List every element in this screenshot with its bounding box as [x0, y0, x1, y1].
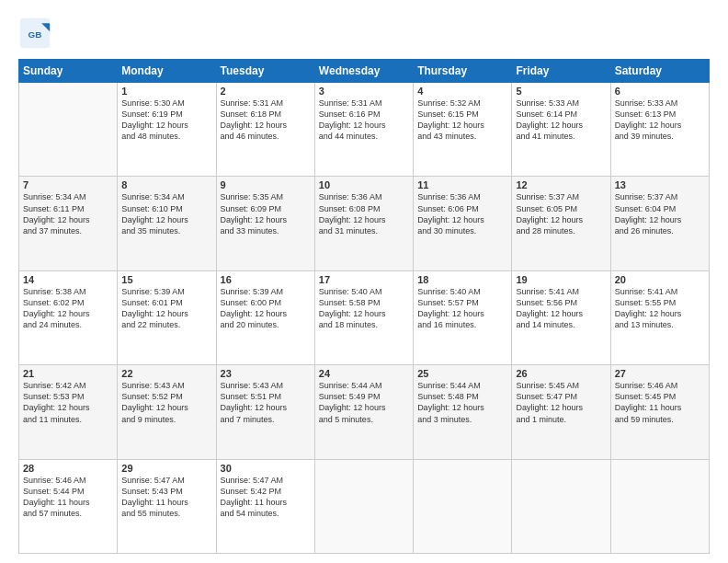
calendar-cell: 5Sunrise: 5:33 AM Sunset: 6:14 PM Daylig…	[512, 83, 610, 177]
day-info: Sunrise: 5:40 AM Sunset: 5:57 PM Dayligh…	[417, 286, 507, 331]
day-number: 14	[23, 274, 113, 285]
day-number: 30	[221, 463, 311, 474]
calendar-cell: 16Sunrise: 5:39 AM Sunset: 6:00 PM Dayli…	[216, 270, 314, 364]
svg-text:GB: GB	[28, 29, 42, 40]
calendar-cell: 29Sunrise: 5:47 AM Sunset: 5:43 PM Dayli…	[118, 459, 216, 553]
weekday-header-friday: Friday	[512, 60, 610, 83]
week-row-1: 1Sunrise: 5:30 AM Sunset: 6:19 PM Daylig…	[19, 83, 710, 177]
day-number: 8	[121, 179, 211, 190]
day-number: 4	[417, 86, 507, 97]
day-info: Sunrise: 5:31 AM Sunset: 6:16 PM Dayligh…	[319, 98, 409, 143]
day-number: 29	[121, 463, 211, 474]
day-info: Sunrise: 5:34 AM Sunset: 6:11 PM Dayligh…	[23, 191, 113, 236]
day-number: 11	[417, 179, 507, 190]
calendar-cell: 18Sunrise: 5:40 AM Sunset: 5:57 PM Dayli…	[414, 270, 512, 364]
day-number: 22	[121, 368, 211, 379]
calendar-cell: 25Sunrise: 5:44 AM Sunset: 5:48 PM Dayli…	[414, 365, 512, 459]
day-number: 15	[121, 274, 211, 285]
calendar-cell: 28Sunrise: 5:46 AM Sunset: 5:44 PM Dayli…	[19, 459, 118, 553]
calendar-cell	[314, 459, 413, 553]
day-number: 7	[23, 179, 113, 190]
calendar-cell: 22Sunrise: 5:43 AM Sunset: 5:52 PM Dayli…	[118, 365, 216, 459]
calendar-table: SundayMondayTuesdayWednesdayThursdayFrid…	[18, 59, 710, 554]
day-info: Sunrise: 5:32 AM Sunset: 6:15 PM Dayligh…	[417, 98, 507, 143]
day-number: 23	[221, 368, 311, 379]
day-info: Sunrise: 5:40 AM Sunset: 5:58 PM Dayligh…	[319, 286, 409, 331]
day-info: Sunrise: 5:45 AM Sunset: 5:47 PM Dayligh…	[516, 380, 606, 425]
day-number: 26	[516, 368, 606, 379]
weekday-header-row: SundayMondayTuesdayWednesdayThursdayFrid…	[19, 60, 710, 83]
day-info: Sunrise: 5:47 AM Sunset: 5:43 PM Dayligh…	[121, 475, 211, 520]
calendar-cell: 23Sunrise: 5:43 AM Sunset: 5:51 PM Dayli…	[216, 365, 314, 459]
calendar-cell: 27Sunrise: 5:46 AM Sunset: 5:45 PM Dayli…	[610, 365, 709, 459]
day-number: 1	[121, 86, 211, 97]
day-number: 9	[221, 179, 311, 190]
weekday-header-monday: Monday	[118, 60, 216, 83]
day-number: 3	[319, 86, 409, 97]
day-info: Sunrise: 5:33 AM Sunset: 6:14 PM Dayligh…	[516, 98, 606, 143]
logo: GB	[18, 17, 55, 50]
calendar-cell	[414, 459, 512, 553]
calendar-cell: 14Sunrise: 5:38 AM Sunset: 6:02 PM Dayli…	[19, 270, 118, 364]
calendar-cell: 9Sunrise: 5:35 AM Sunset: 6:09 PM Daylig…	[216, 177, 314, 270]
day-number: 13	[615, 179, 705, 190]
day-info: Sunrise: 5:43 AM Sunset: 5:52 PM Dayligh…	[121, 380, 211, 425]
day-info: Sunrise: 5:35 AM Sunset: 6:09 PM Dayligh…	[221, 191, 311, 236]
day-number: 27	[615, 368, 705, 379]
calendar-cell: 11Sunrise: 5:36 AM Sunset: 6:06 PM Dayli…	[414, 177, 512, 270]
day-number: 28	[23, 463, 113, 474]
day-info: Sunrise: 5:31 AM Sunset: 6:18 PM Dayligh…	[221, 98, 311, 143]
calendar-cell: 3Sunrise: 5:31 AM Sunset: 6:16 PM Daylig…	[314, 83, 413, 177]
day-number: 12	[516, 179, 606, 190]
calendar-cell: 21Sunrise: 5:42 AM Sunset: 5:53 PM Dayli…	[19, 365, 118, 459]
day-info: Sunrise: 5:34 AM Sunset: 6:10 PM Dayligh…	[121, 191, 211, 236]
day-info: Sunrise: 5:44 AM Sunset: 5:48 PM Dayligh…	[417, 380, 507, 425]
day-info: Sunrise: 5:42 AM Sunset: 5:53 PM Dayligh…	[23, 380, 113, 425]
day-info: Sunrise: 5:37 AM Sunset: 6:05 PM Dayligh…	[516, 191, 606, 236]
week-row-4: 21Sunrise: 5:42 AM Sunset: 5:53 PM Dayli…	[19, 365, 710, 459]
day-info: Sunrise: 5:43 AM Sunset: 5:51 PM Dayligh…	[221, 380, 311, 425]
day-info: Sunrise: 5:39 AM Sunset: 6:00 PM Dayligh…	[221, 286, 311, 331]
calendar-cell: 6Sunrise: 5:33 AM Sunset: 6:13 PM Daylig…	[610, 83, 709, 177]
day-info: Sunrise: 5:38 AM Sunset: 6:02 PM Dayligh…	[23, 286, 113, 331]
calendar-cell: 20Sunrise: 5:41 AM Sunset: 5:55 PM Dayli…	[610, 270, 709, 364]
day-number: 5	[516, 86, 606, 97]
calendar-cell: 1Sunrise: 5:30 AM Sunset: 6:19 PM Daylig…	[118, 83, 216, 177]
calendar-cell: 15Sunrise: 5:39 AM Sunset: 6:01 PM Dayli…	[118, 270, 216, 364]
day-info: Sunrise: 5:41 AM Sunset: 5:56 PM Dayligh…	[516, 286, 606, 331]
day-info: Sunrise: 5:36 AM Sunset: 6:06 PM Dayligh…	[417, 191, 507, 236]
day-info: Sunrise: 5:46 AM Sunset: 5:45 PM Dayligh…	[615, 380, 705, 425]
calendar-cell: 19Sunrise: 5:41 AM Sunset: 5:56 PM Dayli…	[512, 270, 610, 364]
header: GB	[18, 17, 710, 50]
calendar-cell: 2Sunrise: 5:31 AM Sunset: 6:18 PM Daylig…	[216, 83, 314, 177]
weekday-header-saturday: Saturday	[610, 60, 709, 83]
day-number: 17	[319, 274, 409, 285]
calendar-cell: 4Sunrise: 5:32 AM Sunset: 6:15 PM Daylig…	[414, 83, 512, 177]
weekday-header-thursday: Thursday	[414, 60, 512, 83]
weekday-header-sunday: Sunday	[19, 60, 118, 83]
calendar-cell	[512, 459, 610, 553]
day-number: 6	[615, 86, 705, 97]
day-info: Sunrise: 5:44 AM Sunset: 5:49 PM Dayligh…	[319, 380, 409, 425]
day-number: 16	[221, 274, 311, 285]
calendar-cell	[610, 459, 709, 553]
day-number: 18	[417, 274, 507, 285]
weekday-header-wednesday: Wednesday	[314, 60, 413, 83]
day-number: 21	[23, 368, 113, 379]
week-row-5: 28Sunrise: 5:46 AM Sunset: 5:44 PM Dayli…	[19, 459, 710, 553]
calendar-cell: 10Sunrise: 5:36 AM Sunset: 6:08 PM Dayli…	[314, 177, 413, 270]
day-info: Sunrise: 5:30 AM Sunset: 6:19 PM Dayligh…	[121, 98, 211, 143]
calendar-cell: 13Sunrise: 5:37 AM Sunset: 6:04 PM Dayli…	[610, 177, 709, 270]
day-number: 2	[221, 86, 311, 97]
day-info: Sunrise: 5:47 AM Sunset: 5:42 PM Dayligh…	[221, 475, 311, 520]
calendar-cell: 7Sunrise: 5:34 AM Sunset: 6:11 PM Daylig…	[19, 177, 118, 270]
day-number: 10	[319, 179, 409, 190]
calendar-cell: 8Sunrise: 5:34 AM Sunset: 6:10 PM Daylig…	[118, 177, 216, 270]
calendar-cell: 30Sunrise: 5:47 AM Sunset: 5:42 PM Dayli…	[216, 459, 314, 553]
day-info: Sunrise: 5:37 AM Sunset: 6:04 PM Dayligh…	[615, 191, 705, 236]
calendar-cell	[19, 83, 118, 177]
weekday-header-tuesday: Tuesday	[216, 60, 314, 83]
day-info: Sunrise: 5:39 AM Sunset: 6:01 PM Dayligh…	[121, 286, 211, 331]
calendar-cell: 12Sunrise: 5:37 AM Sunset: 6:05 PM Dayli…	[512, 177, 610, 270]
calendar-cell: 17Sunrise: 5:40 AM Sunset: 5:58 PM Dayli…	[314, 270, 413, 364]
